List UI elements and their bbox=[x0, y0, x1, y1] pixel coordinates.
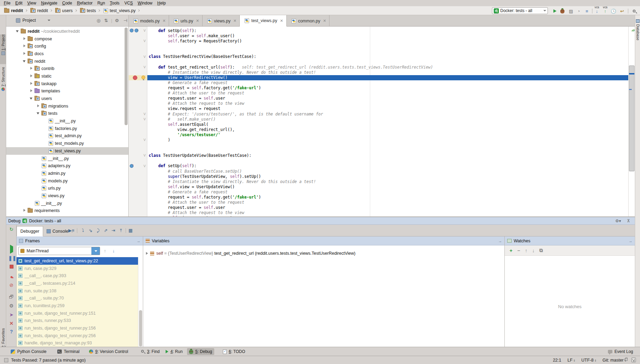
tree-item-models-py[interactable]: models.py bbox=[6, 177, 128, 185]
breadcrumb-item[interactable]: tests bbox=[79, 8, 96, 13]
frame-up-icon[interactable]: ↑ bbox=[104, 248, 106, 253]
tree-closed-arrow[interactable] bbox=[30, 74, 33, 78]
coverage-button[interactable]: ▨ bbox=[568, 8, 574, 14]
step-into-icon[interactable]: ⇘ bbox=[88, 228, 93, 233]
vcs-commit-button[interactable]: VCS↑ bbox=[602, 8, 608, 14]
mute-breakpoints-icon[interactable]: ⊘ bbox=[8, 282, 14, 288]
toolwindow-button-6-todo[interactable]: 6: TODO bbox=[221, 348, 247, 355]
show-execution-point-icon[interactable]: ▶≡ bbox=[68, 228, 74, 233]
tree-item-admin-py[interactable]: admin.py bbox=[6, 170, 128, 177]
menu-run[interactable]: Run bbox=[95, 1, 107, 6]
tree-item-migrations[interactable]: migrations bbox=[6, 102, 128, 110]
fold-marker[interactable]: ᐯ bbox=[144, 118, 147, 121]
toolwindow-button-9-version-control[interactable]: 9: Version Control bbox=[87, 348, 130, 355]
tree-item--init-py[interactable]: __init__.py bbox=[6, 117, 128, 125]
editor-tab-test-views-py[interactable]: test_views.py✕ bbox=[240, 15, 286, 27]
tree-item-docs[interactable]: docs bbox=[6, 50, 128, 58]
menu-file[interactable]: File bbox=[1, 1, 13, 6]
tree-item-tests[interactable]: tests bbox=[6, 110, 128, 118]
close-tab-icon[interactable]: ✕ bbox=[233, 19, 236, 23]
tree-item-test-models-py[interactable]: test_models.py bbox=[6, 140, 128, 147]
run-button[interactable] bbox=[552, 8, 558, 14]
menu-tools[interactable]: Tools bbox=[107, 1, 122, 6]
tree-item--init-py[interactable]: __init__.py bbox=[6, 200, 128, 207]
tree-item-static[interactable]: static bbox=[6, 72, 128, 80]
remove-watch-icon[interactable]: − bbox=[517, 248, 520, 253]
drop-frame-icon[interactable]: ⤒ bbox=[118, 228, 124, 233]
toolwindow-button-5-debug[interactable]: 5: Debug bbox=[187, 348, 214, 355]
tree-closed-arrow[interactable] bbox=[23, 44, 26, 48]
tree-item-reddit[interactable]: reddit ~/cookiecutter/reddit bbox=[6, 28, 128, 35]
tree-item-adapters-py[interactable]: adapters.py bbox=[6, 162, 128, 170]
project-tree-scrollbar[interactable] bbox=[125, 28, 128, 125]
menu-help[interactable]: Help bbox=[155, 1, 168, 6]
inspections-ok-icon[interactable]: ✓✓ bbox=[631, 28, 634, 33]
editor[interactable]: ↑↓↑ᐯᐯᐯᐯᐯᐯᐯᐯᐯ def setUp(self): self.user … bbox=[129, 27, 635, 216]
local-history-button[interactable]: 🕓 bbox=[611, 8, 616, 14]
tool-stripe-structure[interactable]: 7: Structure bbox=[0, 67, 6, 105]
editor-tab-urls-py[interactable]: urls.py✕ bbox=[169, 15, 203, 27]
variable-row[interactable]: self = {TestUserRedirectView} test_get_r… bbox=[146, 251, 355, 256]
frame-row[interactable]: test_get_redirect_url, test_views.py:22 bbox=[17, 257, 138, 265]
step-over-icon[interactable]: ⤵ bbox=[80, 228, 86, 233]
breadcrumb-item[interactable]: test_views.py bbox=[102, 8, 136, 13]
tool-stripe-project[interactable]: 1: Project bbox=[0, 34, 6, 64]
undo-button[interactable]: ↩ bbox=[619, 8, 625, 14]
fold-marker[interactable]: ᐯ bbox=[144, 139, 147, 142]
fold-marker[interactable]: ᐯ bbox=[144, 40, 147, 43]
fold-marker[interactable]: ᐯ bbox=[144, 66, 147, 69]
tree-item-users[interactable]: users bbox=[6, 95, 128, 102]
expand-icon[interactable] bbox=[146, 252, 148, 255]
menu-view[interactable]: View bbox=[25, 1, 39, 6]
fold-marker[interactable]: ᐯ bbox=[144, 165, 147, 168]
tree-open-arrow[interactable] bbox=[23, 60, 26, 63]
tree-item-contrib[interactable]: contrib bbox=[6, 65, 128, 72]
status-lf[interactable]: LF⇕ bbox=[568, 358, 575, 363]
debug-button[interactable] bbox=[560, 8, 565, 14]
run-configuration-select[interactable]: dj Docker: tests - all bbox=[492, 7, 548, 14]
locate-file-icon[interactable]: ◎ bbox=[97, 18, 100, 23]
hide-panel-icon[interactable]: ⊣ bbox=[124, 18, 127, 23]
frame-row[interactable]: run, case.py:329 bbox=[17, 265, 138, 272]
search-everywhere-icon[interactable] bbox=[631, 8, 637, 14]
frames-scrollbar[interactable] bbox=[138, 257, 143, 347]
force-step-into-icon[interactable]: ⤸ bbox=[95, 228, 101, 233]
method-overrides-icons[interactable]: ↑↓ bbox=[130, 29, 138, 32]
menu-refactor[interactable]: Refactor bbox=[75, 1, 95, 6]
tree-item-factories-py[interactable]: factories.py bbox=[6, 125, 128, 132]
tree-item-requirements[interactable]: requirements bbox=[6, 207, 128, 215]
stop-icon[interactable] bbox=[8, 264, 14, 270]
tab-database[interactable]: Database bbox=[635, 19, 640, 40]
breadcrumb-item[interactable]: reddit bbox=[3, 8, 23, 13]
frame-row[interactable]: run_suite, django_test_runner.py:151 bbox=[17, 310, 138, 317]
frame-row[interactable]: run_tests, django_test_runner.py:256 bbox=[17, 332, 138, 340]
frame-row[interactable]: run_tests, django_test_runner.py:156 bbox=[17, 324, 138, 332]
fold-marker[interactable]: ᐯ bbox=[144, 113, 147, 116]
current-line-marker[interactable] bbox=[629, 73, 634, 74]
fold-marker[interactable]: ᐯ bbox=[144, 29, 147, 32]
intention-bulb-icon[interactable] bbox=[141, 75, 145, 79]
status-utf-8[interactable]: UTF-8⇕ bbox=[581, 358, 596, 363]
close-tab-icon[interactable]: ✕ bbox=[196, 19, 199, 23]
collapse-all-icon[interactable]: ⇅ bbox=[104, 18, 108, 23]
editor-tab-views-py[interactable]: views.py✕ bbox=[203, 15, 240, 27]
rerun-icon[interactable]: ↻ bbox=[8, 226, 14, 232]
status-icon[interactable] bbox=[4, 358, 8, 362]
tree-item-test-views-py[interactable]: test_views.py bbox=[6, 147, 128, 155]
view-breakpoints-icon[interactable]: ●● bbox=[8, 274, 14, 280]
editor-scrollbar[interactable] bbox=[629, 65, 634, 171]
gear-icon[interactable]: ⚙▾ bbox=[615, 219, 621, 223]
fold-marker[interactable]: ᐯ bbox=[144, 154, 147, 157]
close-icon[interactable]: ✕ bbox=[8, 320, 14, 326]
tree-item--init-py[interactable]: __init__.py bbox=[6, 155, 128, 162]
restore-layout-button[interactable]: ≡ bbox=[584, 8, 590, 14]
editor-tab-common-py[interactable]: common.py✕ bbox=[287, 15, 330, 27]
fold-marker[interactable]: ᐯ bbox=[144, 55, 147, 59]
tree-closed-arrow[interactable] bbox=[30, 82, 33, 85]
pin-icon[interactable]: ➤ bbox=[8, 312, 14, 318]
frame-row[interactable]: __call__, suite.py:70 bbox=[17, 294, 138, 302]
frame-row[interactable]: run, tcunittest.py:259 bbox=[17, 302, 138, 310]
toolwindow-button-python-console[interactable]: Python Console bbox=[9, 348, 49, 355]
float-panel-icon[interactable]: → bbox=[629, 239, 632, 243]
frame-down-icon[interactable]: ↓ bbox=[112, 248, 115, 253]
